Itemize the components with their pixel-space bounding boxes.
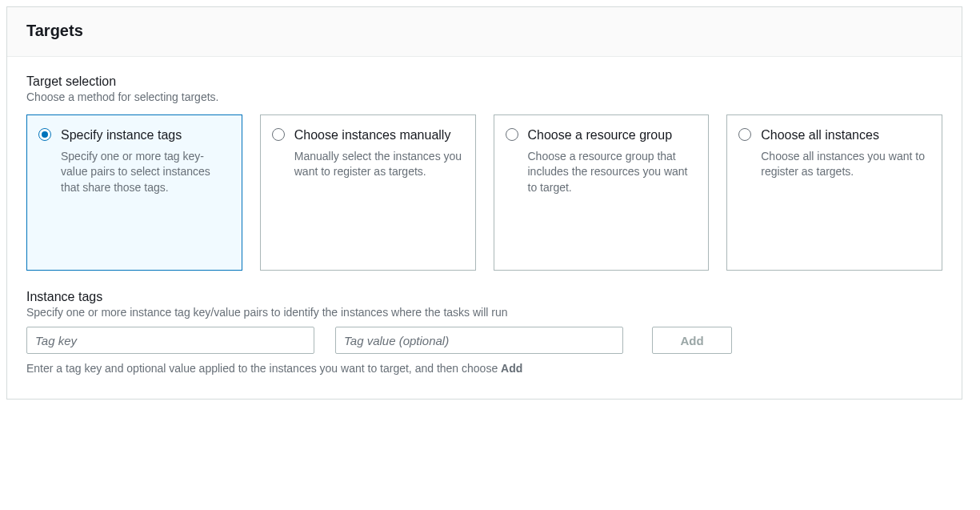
option-text: Choose instances manually Manually selec… <box>294 126 462 257</box>
radio-icon <box>272 128 285 141</box>
option-text: Choose a resource group Choose a resourc… <box>528 126 696 257</box>
instance-tags-label: Instance tags <box>26 290 942 304</box>
option-desc: Choose a resource group that includes th… <box>528 149 696 196</box>
instance-tags-section: Instance tags Specify one or more instan… <box>26 290 942 375</box>
panel-title: Targets <box>26 22 942 40</box>
target-option-grid: Specify instance tags Specify one or mor… <box>26 114 942 271</box>
instance-tags-desc: Specify one or more instance tag key/val… <box>26 306 942 319</box>
option-title: Choose instances manually <box>294 126 462 144</box>
target-selection-desc: Choose a method for selecting targets. <box>26 90 942 103</box>
panel-header: Targets <box>7 7 962 57</box>
option-choose-all-instances[interactable]: Choose all instances Choose all instance… <box>726 114 942 271</box>
option-title: Specify instance tags <box>61 126 229 144</box>
tag-key-input[interactable] <box>26 327 314 354</box>
radio-icon <box>506 128 518 141</box>
instance-tags-helper: Enter a tag key and optional value appli… <box>26 362 942 375</box>
target-selection-label: Target selection <box>26 74 942 89</box>
panel-body: Target selection Choose a method for sel… <box>7 57 962 399</box>
tag-value-input[interactable] <box>335 327 623 354</box>
option-text: Choose all instances Choose all instance… <box>761 126 929 257</box>
option-title: Choose a resource group <box>528 126 696 144</box>
option-title: Choose all instances <box>761 126 929 144</box>
add-tag-button[interactable]: Add <box>652 327 732 354</box>
option-desc: Choose all instances you want to registe… <box>761 149 929 180</box>
option-choose-resource-group[interactable]: Choose a resource group Choose a resourc… <box>494 114 710 271</box>
target-selection-section: Target selection Choose a method for sel… <box>26 74 942 271</box>
option-specify-instance-tags[interactable]: Specify instance tags Specify one or mor… <box>26 114 242 271</box>
option-desc: Manually select the instances you want t… <box>294 149 462 180</box>
tag-input-row: Add <box>26 327 942 354</box>
radio-icon <box>738 128 751 141</box>
helper-text: Enter a tag key and optional value appli… <box>26 362 501 375</box>
helper-bold: Add <box>501 362 522 375</box>
option-desc: Specify one or more tag key-value pairs … <box>61 149 229 196</box>
option-choose-instances-manually[interactable]: Choose instances manually Manually selec… <box>260 114 476 271</box>
targets-panel: Targets Target selection Choose a method… <box>6 6 962 400</box>
radio-icon <box>38 128 51 141</box>
option-text: Specify instance tags Specify one or mor… <box>61 126 229 257</box>
